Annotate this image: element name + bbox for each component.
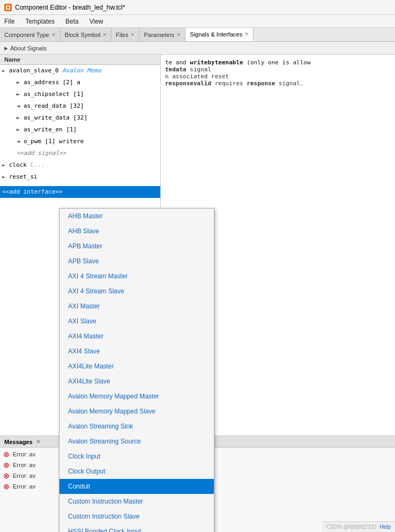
title-text: Component Editor - breath_led_hw.tcl* (15, 4, 125, 11)
tree-row-reset-si[interactable]: ► reset_si (0, 171, 160, 183)
tree-row-as-read-data[interactable]: ◄ as_read_data [32] (0, 100, 160, 112)
arrow-icon: ► (2, 68, 5, 73)
message-text-0: Error: av (13, 450, 35, 459)
dropdown-ahb-slave[interactable]: AHB Slave (59, 224, 214, 239)
dropdown-avalon-streaming-sink[interactable]: Avalon Streaming Sink (59, 419, 214, 434)
about-signals-label: About Signals (10, 45, 47, 51)
message-text-2: Error: av (13, 471, 35, 480)
dropdown-apb-master[interactable]: APB Master (59, 239, 214, 254)
tree-row-as-address[interactable]: ► as_address [2] a (0, 77, 160, 88)
tree-row-add-interface[interactable]: <<add interface>> (0, 186, 160, 198)
app-icon (4, 4, 12, 11)
dropdown-custom-instruction-master[interactable]: Custom Instruction Master (59, 494, 214, 509)
dropdown-clock-output[interactable]: Clock Output (59, 464, 214, 479)
dropdown-axi4lite-slave[interactable]: AXI4Lite Slave (59, 374, 214, 389)
help-link[interactable]: Help (379, 524, 391, 530)
bottom-bar: CSDN @咄咄咄2333 Help (322, 521, 395, 532)
tab-close-component-type[interactable]: ✕ (51, 32, 56, 38)
dropdown-axi-slave[interactable]: AXI Slave (59, 314, 214, 329)
dropdown-axi4-slave[interactable]: AXI4 Slave (59, 344, 214, 359)
dropdown-avalon-mm-master[interactable]: Avalon Memory Mapped Master (59, 389, 214, 404)
right-panel-line4: responsevalid requires response signal. (165, 80, 303, 87)
tab-close-signals[interactable]: ✕ (244, 31, 249, 37)
tab-signals-interfaces[interactable]: Signals & Interfaces ✕ (185, 28, 254, 41)
tree-row-avalon-slave[interactable]: ► avalon_slave_0 Avalon Memo (0, 65, 160, 77)
tree-row-as-write-data[interactable]: ► as_write_data [32] (0, 112, 160, 124)
tab-files[interactable]: Files ✕ (111, 28, 139, 41)
dropdown-menu: AHB Master AHB Slave APB Master APB Slav… (59, 208, 214, 532)
tree-row-as-write-en[interactable]: ► as_write_en [1] (0, 124, 160, 136)
tab-parameters[interactable]: Parameters ✕ (139, 28, 185, 41)
tree-row-add-signal[interactable]: <<add signal>> (0, 147, 160, 159)
tree-row-o-pwm[interactable]: ◄ o_pwm [1] writere (0, 136, 160, 147)
tab-close-parameters[interactable]: ✕ (176, 32, 181, 38)
tree-row-clock[interactable]: ► clock C... (0, 159, 160, 171)
menu-templates[interactable]: Templates (23, 17, 57, 26)
dropdown-axi-master[interactable]: AXI Master (59, 299, 214, 314)
watermark-text: CSDN @咄咄咄2333 (326, 523, 377, 531)
menu-bar: File Templates Beta View (0, 15, 395, 28)
dropdown-axi4lite-master[interactable]: AXI4Lite Master (59, 359, 214, 374)
dropdown-hssi-bonded-clock-input[interactable]: HSSI Bonded Clock Input (59, 524, 214, 532)
dropdown-axi4-master[interactable]: AXI4 Master (59, 329, 214, 344)
menu-beta[interactable]: Beta (63, 17, 81, 26)
dropdown-apb-slave[interactable]: APB Slave (59, 254, 214, 269)
message-text-3: Error: av (13, 482, 35, 491)
tab-component-type[interactable]: Component Type ✕ (0, 28, 61, 41)
triangle-icon: ▶ (4, 46, 8, 51)
error-icon-0: ⊗ (3, 450, 10, 459)
tab-block-symbol[interactable]: Block Symbol ✕ (61, 28, 112, 41)
dropdown-axi4-stream-slave[interactable]: AXI 4 Stream Slave (59, 284, 214, 299)
tab-close-block-symbol[interactable]: ✕ (102, 32, 107, 38)
dropdown-axi4-stream-master[interactable]: AXI 4 Stream Master (59, 269, 214, 284)
title-bar: Component Editor - breath_led_hw.tcl* (0, 0, 395, 15)
svg-rect-1 (7, 6, 9, 9)
menu-file[interactable]: File (2, 17, 17, 26)
error-icon-2: ⊗ (3, 471, 10, 480)
messages-label: Messages (4, 439, 33, 445)
right-panel-line2: tedata signal (165, 66, 211, 73)
dropdown-custom-instruction-slave[interactable]: Custom Instruction Slave (59, 509, 214, 524)
about-signals-bar: ▶ About Signals (0, 42, 395, 55)
dropdown-avalon-mm-slave[interactable]: Avalon Memory Mapped Slave (59, 404, 214, 419)
right-panel-line1: te and writebyteenable (only one is allo… (165, 59, 311, 66)
dropdown-conduit[interactable]: Conduit (59, 479, 214, 494)
table-header: Name (0, 55, 160, 65)
right-panel-line3: n associated reset (165, 73, 229, 80)
tree-row-as-chipselect[interactable]: ► as_chipselect [1] (0, 88, 160, 100)
dropdown-clock-input[interactable]: Clock Input (59, 449, 214, 464)
error-icon-1: ⊗ (3, 461, 10, 469)
messages-close-button[interactable]: ✕ (36, 439, 40, 445)
error-icon-3: ⊗ (3, 482, 10, 491)
menu-view[interactable]: View (87, 17, 106, 26)
dropdown-ahb-master[interactable]: AHB Master (59, 209, 214, 224)
tab-close-files[interactable]: ✕ (130, 32, 135, 38)
dropdown-avalon-streaming-source[interactable]: Avalon Streaming Source (59, 434, 214, 449)
main-content: ▶ About Signals Name ► avalon_slave_0 Av… (0, 42, 395, 532)
message-text-1: Error: av (13, 461, 35, 469)
tab-bar: Component Type ✕ Block Symbol ✕ Files ✕ … (0, 28, 395, 42)
